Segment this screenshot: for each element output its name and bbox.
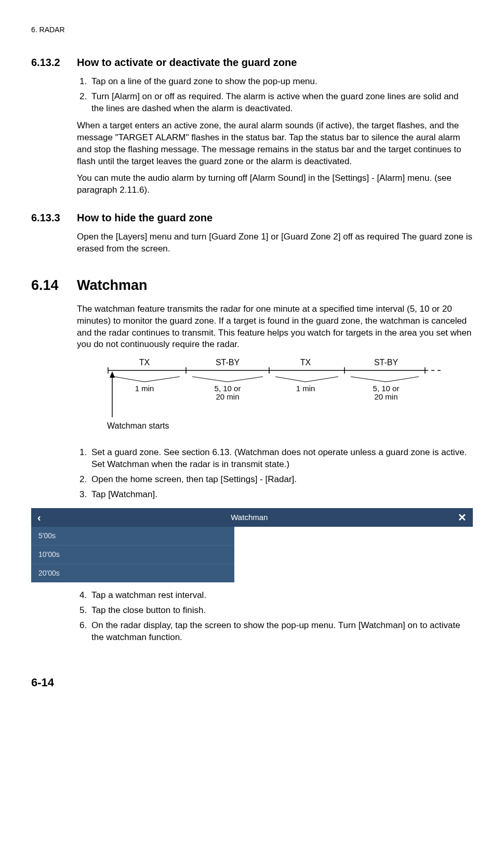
heading-title: How to hide the guard zone <box>77 211 213 225</box>
dialog-titlebar: ‹ Watchman ✕ <box>31 508 473 527</box>
watchman-option[interactable]: 10'00s <box>31 545 234 564</box>
paragraph: Open the [Layers] menu and turn [Guard Z… <box>77 231 473 255</box>
step: Tap the close button to finish. <box>89 605 473 617</box>
dialog-title: Watchman <box>41 512 458 523</box>
diagram-label: ST-BY <box>216 358 240 367</box>
watchman-options-list: 5'00s 10'00s 20'00s <box>31 527 234 582</box>
watchman-timing-diagram: TX ST-BY TX ST-BY 1 min 5, 10 or20 min 1… <box>77 356 473 437</box>
heading-6-13-3: 6.13.3 How to hide the guard zone <box>31 211 473 225</box>
step: Tap on a line of the guard zone to show … <box>89 76 473 88</box>
step: Open the home screen, then tap [Settings… <box>89 474 473 486</box>
svg-marker-8 <box>110 371 115 378</box>
diagram-under-label: 1 min <box>296 384 315 393</box>
heading-title: Watchman <box>77 276 148 295</box>
step: Tap [Watchman]. <box>89 489 473 501</box>
watchman-option[interactable]: 5'00s <box>31 527 234 545</box>
steps-6-14-a: Set a guard zone. See section 6.13. (Wat… <box>77 447 473 501</box>
step: Turn [Alarm] on or off as required. The … <box>89 91 473 115</box>
heading-6-14: 6.14 Watchman <box>31 276 473 295</box>
heading-number: 6.14 <box>31 276 77 295</box>
steps-6-14-b: Tap a watchman rest interval. Tap the cl… <box>77 590 473 644</box>
diagram-label: ST-BY <box>374 358 399 367</box>
close-icon[interactable]: ✕ <box>458 512 467 523</box>
page-number: 6-14 <box>31 675 473 690</box>
heading-6-13-2: 6.13.2 How to activate or deactivate the… <box>31 56 473 70</box>
paragraph: You can mute the audio alarm by turning … <box>77 172 473 196</box>
diagram-under-label: 1 min <box>135 384 154 393</box>
back-icon[interactable]: ‹ <box>37 512 41 523</box>
watchman-option[interactable]: 20'00s <box>31 564 234 582</box>
diagram-label: TX <box>139 358 150 367</box>
paragraph: When a target enters an active zone, the… <box>77 120 473 168</box>
diagram-caption: Watchman starts <box>107 421 169 430</box>
diagram-label: TX <box>300 358 311 367</box>
diagram-under-label: 5, 10 or20 min <box>215 384 241 401</box>
heading-number: 6.13.2 <box>31 56 77 70</box>
watchman-settings-screenshot: ‹ Watchman ✕ 5'00s 10'00s 20'00s <box>31 508 473 582</box>
heading-title: How to activate or deactivate the guard … <box>77 56 297 70</box>
steps-6-13-2: Tap on a line of the guard zone to show … <box>77 76 473 115</box>
running-header: 6. RADAR <box>31 25 473 35</box>
diagram-under-label: 5, 10 or20 min <box>373 384 400 401</box>
step: Set a guard zone. See section 6.13. (Wat… <box>89 447 473 471</box>
step: On the radar display, tap the screen to … <box>89 620 473 644</box>
heading-number: 6.13.3 <box>31 211 77 225</box>
paragraph: The watchman feature transmits the radar… <box>77 303 473 351</box>
step: Tap a watchman rest interval. <box>89 590 473 602</box>
